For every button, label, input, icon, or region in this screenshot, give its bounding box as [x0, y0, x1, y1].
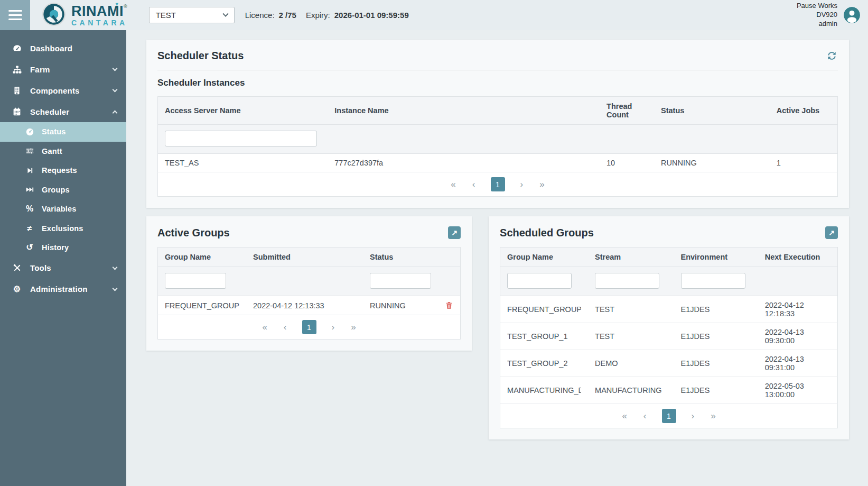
first-page-button[interactable]: «: [261, 322, 268, 333]
sidebar-item-label: History: [42, 243, 69, 252]
first-page-button[interactable]: «: [450, 179, 456, 190]
sidebar-item-dashboard[interactable]: Dashboard: [0, 38, 126, 59]
fast-forward-icon: [25, 185, 34, 194]
sidebar-item-status[interactable]: Status: [0, 122, 126, 142]
expiry-label: Expiry:: [306, 11, 330, 20]
sidebar-item-exclusions[interactable]: ≠ Exclusions: [0, 219, 126, 239]
sidebar-item-requests[interactable]: Requests: [0, 161, 126, 180]
user-avatar-button[interactable]: [844, 7, 860, 23]
table-row[interactable]: FREQUENT_GROUP 2022-04-12 12:13:33 RUNNI…: [158, 296, 461, 315]
prev-page-button[interactable]: ‹: [283, 322, 288, 333]
cell-group-name: MANUFACTURING_DAY_: [507, 386, 581, 395]
filter-input-group-name[interactable]: [165, 273, 226, 289]
table-row[interactable]: TEST_AS 777c27d397fa 10 RUNNING 1: [158, 154, 838, 172]
brand-triangle-icon: ▼: [115, 2, 119, 7]
chevron-down-icon: [222, 11, 228, 16]
sidebar-nav: Dashboard Farm Components Scheduler Stat…: [0, 30, 126, 486]
active-groups-card: Active Groups ↗ Group Name Submitted Sta…: [146, 216, 472, 351]
sliders-icon: [25, 146, 34, 155]
column-header: Environment: [674, 247, 758, 267]
filter-input-group-name[interactable]: [507, 273, 572, 289]
open-active-groups-button[interactable]: ↗: [448, 226, 461, 239]
table-row[interactable]: FREQUENT_GROUP TEST E1JDES 2022-04-12 12…: [500, 296, 838, 323]
sidebar-item-tools[interactable]: Tools: [0, 258, 126, 279]
cell-next-execution: 2022-04-13 09:31:00: [758, 350, 838, 377]
cell-environment: E1JDES: [674, 377, 758, 404]
tools-icon: [11, 263, 23, 273]
pagination: « ‹ 1 › »: [163, 177, 833, 191]
filter-input-environment[interactable]: [681, 273, 745, 289]
menu-toggle-button[interactable]: [0, 0, 30, 30]
cell-instance-name: 777c27d397fa: [328, 154, 600, 172]
cell-environment: E1JDES: [674, 323, 758, 350]
last-page-button[interactable]: »: [710, 410, 716, 421]
sidebar-item-label: Status: [42, 127, 66, 136]
filter-row: [158, 125, 838, 154]
chevron-up-icon: [113, 110, 118, 115]
current-page-button[interactable]: 1: [491, 177, 505, 191]
filter-input-stream[interactable]: [595, 273, 659, 289]
brand-logo[interactable]: RINAMI® ▼ CANTARA: [42, 2, 128, 29]
table-row[interactable]: MANUFACTURING_DAY_ MANUFACTURING E1JDES …: [500, 377, 838, 404]
building-icon: [11, 86, 23, 95]
refresh-button[interactable]: [826, 50, 838, 62]
sidebar-item-gantt[interactable]: Gantt: [0, 142, 126, 161]
sidebar-item-label: Scheduler: [30, 107, 69, 116]
active-groups-title: Active Groups: [157, 227, 230, 239]
cell-environment: E1JDES: [674, 350, 758, 377]
sidebar-item-label: Tools: [30, 263, 51, 272]
prev-page-button[interactable]: ‹: [471, 179, 477, 190]
external-link-icon: ↗: [451, 229, 458, 236]
sidebar-item-components[interactable]: Components: [0, 80, 126, 101]
cell-stream: MANUFACTURING: [588, 377, 674, 404]
scheduled-groups-title: Scheduled Groups: [500, 227, 594, 239]
licence-info: Licence: 2 /75 Expiry: 2026-01-01 09:59:…: [245, 11, 414, 20]
brand-subname: CANTARA: [71, 19, 128, 26]
current-page-button[interactable]: 1: [302, 320, 316, 334]
sidebar-item-scheduler[interactable]: Scheduler: [0, 101, 126, 122]
delete-group-button[interactable]: [445, 301, 453, 310]
calendar-icon: [11, 107, 23, 116]
sidebar-item-label: Components: [30, 86, 80, 95]
column-header: Submitted: [246, 247, 363, 267]
sidebar-item-groups[interactable]: Groups: [0, 180, 126, 200]
sidebar-item-administration[interactable]: ⚙ Administration: [0, 279, 126, 300]
history-icon: ↺: [25, 243, 34, 252]
sidebar-item-label: Gantt: [42, 147, 62, 155]
page-title: Scheduler Status: [157, 50, 244, 62]
next-page-button[interactable]: ›: [331, 322, 336, 333]
next-page-button[interactable]: ›: [690, 410, 696, 421]
filter-input-status[interactable]: [370, 273, 431, 289]
filter-row: [158, 267, 461, 296]
last-page-button[interactable]: »: [538, 179, 545, 190]
current-page-button[interactable]: 1: [662, 409, 676, 423]
first-page-button[interactable]: «: [621, 410, 628, 421]
status-gauge-icon: [25, 127, 34, 136]
column-header: Stream: [588, 247, 674, 267]
sidebar-item-history[interactable]: ↺ History: [0, 238, 126, 258]
user-info: Pause Works DV920 admin: [797, 2, 837, 29]
column-header: Access Server Name: [158, 97, 328, 125]
sidebar-item-variables[interactable]: % Variables: [0, 199, 126, 219]
last-page-button[interactable]: »: [350, 322, 357, 333]
scheduled-groups-card: Scheduled Groups ↗ Group Name Stream Env…: [489, 216, 849, 439]
cell-next-execution: 2022-04-13 09:30:00: [758, 323, 838, 350]
trash-icon: [445, 301, 453, 310]
sidebar-item-label: Administration: [30, 285, 88, 294]
external-link-icon: ↗: [828, 229, 835, 236]
column-header: Status: [363, 247, 438, 267]
next-page-button[interactable]: ›: [519, 179, 525, 190]
environment-select[interactable]: TEST: [149, 7, 235, 23]
registered-mark: ®: [124, 4, 127, 9]
open-scheduled-groups-button[interactable]: ↗: [825, 226, 838, 239]
cell-next-execution: 2022-04-12 12:18:33: [758, 296, 838, 323]
brand-logo-icon: [42, 2, 66, 29]
sidebar-item-farm[interactable]: Farm: [0, 59, 126, 80]
cell-group-name: FREQUENT_GROUP: [507, 305, 581, 314]
filter-input-access-server-name[interactable]: [165, 131, 317, 146]
cell-stream: DEMO: [588, 350, 674, 377]
sidebar-item-label: Groups: [42, 186, 70, 194]
table-row[interactable]: TEST_GROUP_2 DEMO E1JDES 2022-04-13 09:3…: [500, 350, 838, 377]
table-row[interactable]: TEST_GROUP_1 TEST E1JDES 2022-04-13 09:3…: [500, 323, 838, 350]
prev-page-button[interactable]: ‹: [642, 410, 648, 421]
